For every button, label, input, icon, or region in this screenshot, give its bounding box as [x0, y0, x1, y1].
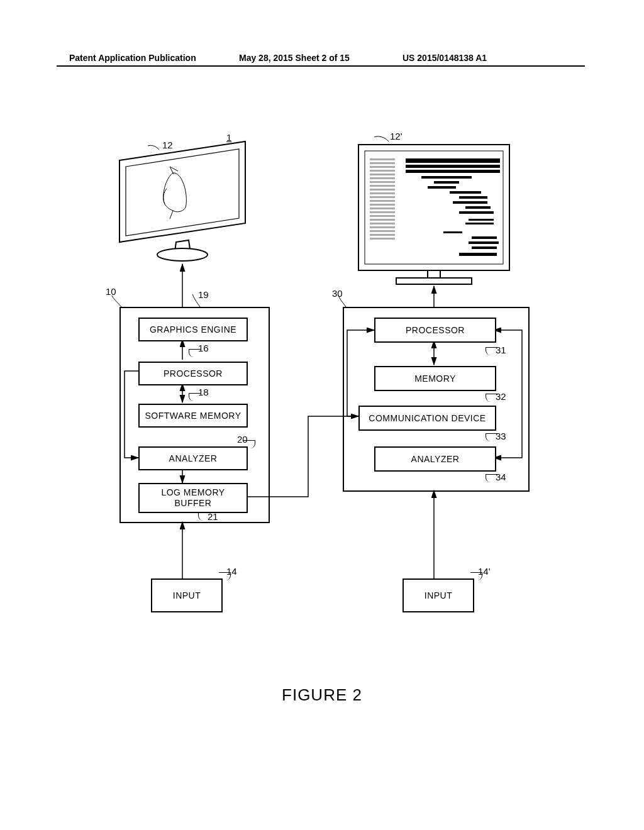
svg-rect-26: [370, 177, 395, 179]
svg-rect-24: [370, 170, 395, 172]
input-right-label: INPUT: [425, 590, 453, 600]
lead-14: [219, 572, 231, 580]
lead-20: [243, 440, 255, 448]
software-memory-label: SOFTWARE MEMORY: [145, 411, 242, 421]
svg-rect-32: [370, 200, 395, 202]
svg-rect-21: [370, 158, 395, 160]
svg-rect-20: [459, 253, 497, 256]
svg-rect-25: [370, 174, 395, 175]
svg-rect-11: [453, 201, 487, 204]
processor-left-box: PROCESSOR: [138, 362, 248, 385]
lead-18: [189, 393, 201, 401]
svg-rect-35: [370, 211, 395, 213]
svg-point-0: [157, 248, 208, 261]
svg-rect-19: [472, 246, 497, 249]
svg-rect-6: [421, 176, 472, 179]
analyzer-left-label: ANALYZER: [169, 453, 218, 463]
svg-rect-18: [469, 241, 499, 244]
svg-rect-7: [434, 181, 459, 184]
figure-caption: FIGURE 2: [0, 685, 644, 705]
ref-19: 19: [198, 289, 209, 300]
svg-rect-42: [370, 238, 395, 240]
svg-rect-13: [459, 211, 494, 214]
lead-31: [486, 347, 497, 355]
header-rule: [57, 65, 585, 67]
input-left-box: INPUT: [151, 578, 223, 612]
svg-rect-5: [406, 170, 500, 173]
svg-rect-34: [370, 208, 395, 209]
monitor-right-icon: [358, 145, 509, 284]
ref-30: 30: [332, 288, 343, 299]
svg-rect-36: [370, 215, 395, 217]
input-left-label: INPUT: [173, 590, 201, 600]
processor-right-label: PROCESSOR: [406, 325, 465, 335]
svg-rect-31: [370, 196, 395, 198]
svg-rect-29: [370, 189, 395, 191]
log-buffer-label-1: LOG MEMORY: [161, 487, 225, 497]
svg-rect-43: [428, 270, 440, 278]
ref-1: 1: [226, 132, 231, 143]
svg-rect-10: [459, 196, 487, 199]
svg-rect-3: [406, 158, 500, 163]
ref-10: 10: [106, 286, 116, 297]
svg-rect-27: [370, 181, 395, 183]
software-memory-box: SOFTWARE MEMORY: [138, 404, 248, 428]
header-pub-number: US 2015/0148138 A1: [402, 53, 487, 63]
svg-rect-37: [370, 219, 395, 221]
header-date-sheet: May 28, 2015 Sheet 2 of 15: [239, 53, 350, 63]
lead-33: [486, 433, 497, 441]
figure-diagram: GRAPHICS ENGINE PROCESSOR SOFTWARE MEMOR…: [57, 113, 585, 667]
svg-rect-4: [406, 165, 500, 168]
lead-14p: [470, 572, 482, 580]
header-publication: Patent Application Publication: [69, 53, 196, 63]
svg-rect-23: [370, 166, 395, 168]
input-right-box: INPUT: [402, 578, 474, 612]
lead-34: [486, 474, 497, 482]
svg-rect-38: [370, 223, 395, 224]
monitor-left-icon: [119, 141, 245, 261]
svg-rect-9: [450, 191, 481, 194]
processor-left-label: PROCESSOR: [164, 368, 223, 379]
ref-12: 12: [162, 140, 173, 150]
analyzer-right-box: ANALYZER: [374, 446, 496, 472]
svg-rect-39: [370, 226, 395, 228]
svg-rect-16: [443, 231, 462, 233]
lead-32: [486, 394, 497, 402]
svg-rect-30: [370, 192, 395, 194]
analyzer-left-box: ANALYZER: [138, 446, 248, 470]
svg-rect-44: [396, 278, 472, 284]
memory-right-box: MEMORY: [374, 366, 496, 391]
svg-rect-12: [465, 206, 491, 209]
log-memory-buffer-box: LOG MEMORY BUFFER: [138, 483, 248, 513]
lead-21: [198, 512, 210, 521]
comm-device-box: COMMUNICATION DEVICE: [358, 406, 496, 431]
svg-rect-41: [370, 234, 395, 236]
comm-device-label: COMMUNICATION DEVICE: [369, 413, 486, 423]
ref-12p: 12': [390, 131, 402, 141]
log-buffer-label-2: BUFFER: [174, 498, 211, 508]
svg-rect-8: [428, 186, 456, 189]
svg-rect-33: [370, 204, 395, 206]
svg-rect-28: [370, 185, 395, 187]
analyzer-right-label: ANALYZER: [411, 454, 460, 464]
graphics-engine-label: GRAPHICS ENGINE: [150, 324, 236, 335]
graphics-engine-box: GRAPHICS ENGINE: [138, 318, 248, 341]
svg-rect-15: [465, 223, 494, 224]
svg-rect-22: [370, 162, 395, 164]
svg-rect-40: [370, 230, 395, 232]
svg-rect-14: [469, 219, 494, 221]
processor-right-box: PROCESSOR: [374, 318, 496, 343]
svg-rect-17: [472, 236, 497, 239]
memory-right-label: MEMORY: [414, 374, 456, 384]
lead-16: [189, 349, 201, 357]
